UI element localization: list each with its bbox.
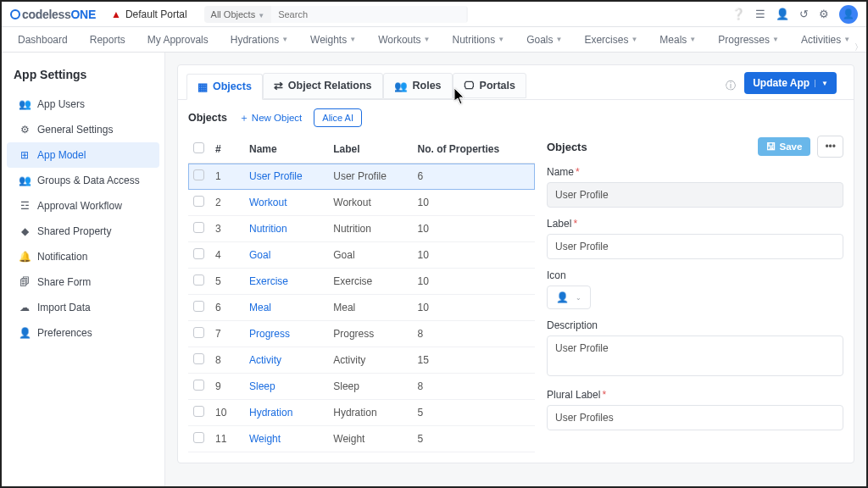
row-checkbox[interactable] [193,380,204,391]
table-row[interactable]: 2WorkoutWorkout10 [188,190,535,216]
table-row[interactable]: 9SleepSleep8 [188,374,535,400]
menu-weights[interactable]: Weights ▼ [299,34,367,46]
row-name-link[interactable]: Progress [244,321,328,347]
row-name-link[interactable]: Sleep [244,374,328,400]
save-button[interactable]: 🖫Save [758,137,811,156]
description-field[interactable]: User Profile [547,336,843,376]
menu-workouts[interactable]: Workouts ▼ [367,34,441,46]
stack-icon[interactable]: ☰ [755,8,765,20]
sidebar-item-notification[interactable]: 🔔Notification [7,244,159,269]
row-number: 6 [210,295,244,321]
sidebar-icon: ◆ [19,225,31,237]
tab-portals[interactable]: 🖵Portals [453,73,526,98]
icon-selector[interactable]: 👤⌄ [547,286,591,309]
new-object-link[interactable]: ＋New Object [239,112,302,125]
menu-reports[interactable]: Reports [79,34,136,46]
avatar[interactable]: 👤 [839,5,858,24]
help-icon[interactable]: ❔ [732,8,745,20]
row-name-link[interactable]: Nutrition [244,216,328,242]
table-row[interactable]: 10HydrationHydration5 [188,400,535,426]
plural-field[interactable] [547,405,843,430]
chevron-down-icon: ▼ [424,36,431,43]
row-label: Goal [328,242,412,269]
row-name-link[interactable]: User Profile [244,164,328,190]
settings-icon[interactable]: ⚙ [819,8,829,20]
row-checkbox[interactable] [193,222,204,233]
row-checkbox[interactable] [193,353,204,364]
menu-my approvals[interactable]: My Approvals [136,34,220,46]
row-checkbox[interactable] [193,248,204,259]
menu-exercises[interactable]: Exercises ▼ [573,34,648,46]
table-row[interactable]: 7ProgressProgress8 [188,321,535,347]
sidebar-item-general-settings[interactable]: ⚙General Settings [7,117,159,142]
row-checkbox[interactable] [193,406,204,417]
name-field[interactable] [547,182,843,208]
sidebar-item-app-users[interactable]: 👥App Users [7,92,159,117]
row-name-link[interactable]: Goal [244,242,328,269]
menu-meals[interactable]: Meals ▼ [648,34,707,46]
alice-ai-button[interactable]: Alice AI [314,108,362,127]
row-name-link[interactable]: Workout [244,190,328,216]
search-input[interactable] [271,6,466,23]
menu-hydrations[interactable]: Hydrations ▼ [220,34,299,46]
menu-goals[interactable]: Goals ▼ [515,34,573,46]
brand-logo[interactable]: codelessONE [10,8,96,21]
table-row[interactable]: 8ActivityActivity15 [188,347,535,374]
col-name[interactable]: Name [244,136,328,164]
info-icon[interactable]: ⓘ [726,79,736,93]
menu-nutritions[interactable]: Nutritions ▼ [442,34,516,46]
row-checkbox[interactable] [193,432,204,443]
tab-label: Object Relations [288,80,372,92]
row-name-link[interactable]: Exercise [244,269,328,295]
row-number: 8 [210,347,244,374]
row-checkbox[interactable] [193,169,204,180]
sidebar-item-groups-data-access[interactable]: 👥Groups & Data Access [7,168,159,193]
chevron-down-icon: ▼ [281,36,288,43]
table-row[interactable]: 11WeightWeight5 [188,426,535,452]
menu-dashboard[interactable]: Dashboard [7,34,79,46]
tab-label: Roles [413,80,442,92]
row-name-link[interactable]: Hydration [244,400,328,426]
menu-progresses[interactable]: Progresses ▼ [707,34,790,46]
update-app-button[interactable]: Update App▼ [744,72,837,94]
table-row[interactable]: 1User ProfileUser Profile6 [188,164,535,190]
portal-selector[interactable]: ▲ Default Portal [111,8,187,20]
col-label[interactable]: Label [328,136,412,164]
sidebar-item-shared-property[interactable]: ◆Shared Property [7,219,159,244]
sidebar-item-app-model[interactable]: ⊞App Model [7,142,159,168]
label-field[interactable] [547,234,843,259]
menu-activities[interactable]: Activities ▼ [790,34,861,46]
row-checkbox[interactable] [193,274,204,286]
brand-text-1: codeless [22,8,71,21]
table-row[interactable]: 6MealMeal10 [188,295,535,321]
row-checkbox[interactable] [193,327,204,338]
table-row[interactable]: 3NutritionNutrition10 [188,216,535,242]
user-add-icon[interactable]: 👤 [776,8,789,20]
history-icon[interactable]: ↺ [799,8,809,20]
sidebar-item-share-form[interactable]: 🗐Share Form [7,269,159,295]
sidebar-item-import-data[interactable]: ☁Import Data [7,295,159,320]
table-row[interactable]: 5ExerciseExercise10 [188,269,535,295]
row-name-link[interactable]: Meal [244,295,328,321]
row-name-link[interactable]: Activity [244,347,328,374]
row-checkbox[interactable] [193,196,204,207]
tab-roles[interactable]: 👥Roles [383,73,453,99]
tab-icon: ⇄ [274,80,283,92]
search-scope-dropdown[interactable]: All Objects ▼ [204,6,272,23]
row-name-link[interactable]: Weight [244,426,328,452]
tab-object-relations[interactable]: ⇄Object Relations [263,73,383,99]
tab-objects[interactable]: ▦Objects [186,74,263,100]
sidebar-item-preferences[interactable]: 👤Preferences [7,320,159,346]
sidebar-item-approval-workflow[interactable]: ☲Approval Workflow [7,193,159,219]
row-checkbox[interactable] [193,301,204,312]
row-label: Activity [328,347,412,374]
table-row[interactable]: 4GoalGoal10 [188,242,535,269]
select-all-checkbox[interactable] [193,142,204,153]
sidebar-icon: 🗐 [19,276,31,288]
menubar-scroll-right[interactable]: 〉 [854,42,863,53]
col-number[interactable]: # [210,136,244,164]
more-actions-button[interactable]: ••• [817,136,843,158]
col-props[interactable]: No. of Properties [413,136,535,164]
row-label: Sleep [328,374,412,400]
sidebar-icon: ⊞ [19,149,31,161]
